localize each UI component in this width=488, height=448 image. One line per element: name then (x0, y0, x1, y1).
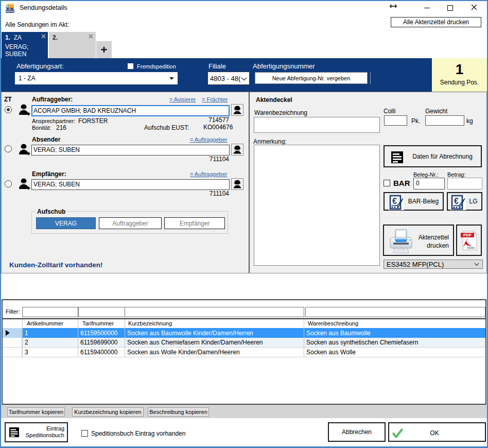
svg-text:VERAG: VERAG (6, 10, 15, 13)
svg-text:Adobe: Adobe (467, 246, 475, 249)
svg-text:€: € (392, 197, 397, 205)
svg-text:PDF: PDF (463, 233, 472, 237)
svg-text:€: € (454, 197, 459, 205)
